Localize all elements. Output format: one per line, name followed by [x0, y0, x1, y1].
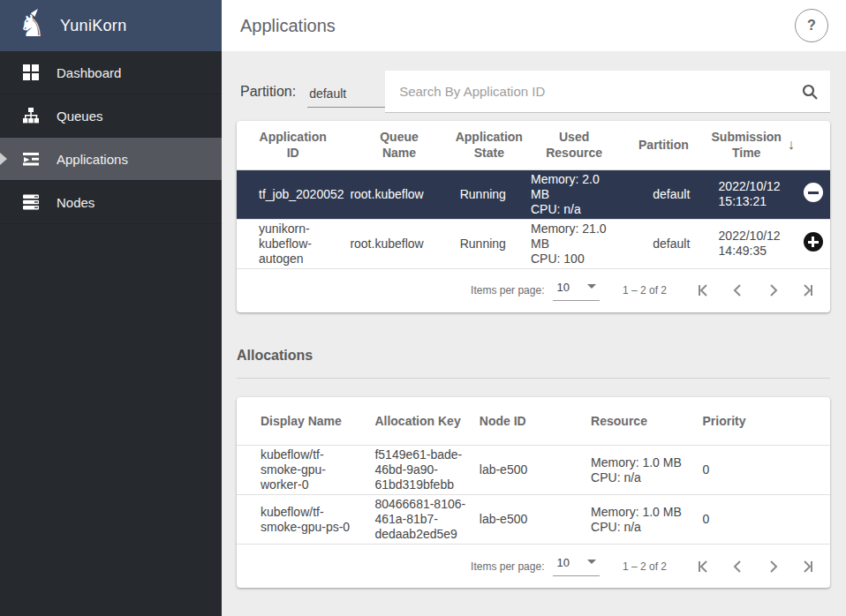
allocations-card: Display Name Allocation Key Node ID Reso…: [237, 397, 830, 589]
cell-application-id: yunikorn-kubeflow-autogen: [237, 219, 349, 268]
column-header-resource[interactable]: Resource: [575, 397, 690, 446]
search-icon: [801, 83, 819, 101]
column-header-queue-name[interactable]: Queue Name: [349, 121, 449, 169]
page-range-label: 1 – 2 of 2: [623, 560, 667, 573]
allocation-row[interactable]: kubeflow/tf-smoke-gpu-worker-0 f5149e61-…: [237, 446, 830, 495]
column-header-display-name[interactable]: Display Name: [237, 397, 364, 446]
help-button[interactable]: ?: [795, 9, 828, 42]
items-per-page-select[interactable]: 10: [553, 281, 599, 301]
allocations-heading: Allocations: [237, 348, 830, 364]
previous-page-button[interactable]: [728, 556, 749, 577]
column-header-expand: [797, 121, 830, 169]
column-header-application-state[interactable]: Application State: [449, 121, 529, 169]
sidebar-item-nodes[interactable]: Nodes: [0, 181, 222, 224]
sidebar-nav: Dashboard Queues: [0, 51, 222, 224]
items-per-page-select[interactable]: 10: [553, 556, 599, 576]
partition-select-value: default: [309, 86, 346, 101]
column-header-used-resource[interactable]: Used Resource: [529, 121, 619, 169]
first-page-button[interactable]: [693, 556, 714, 577]
sidebar: ♞ YuniKorn Dashboard: [0, 0, 222, 616]
items-per-page-label: Items per page:: [471, 284, 544, 297]
cell-allocation-key: f5149e61-bade-46bd-9a90-61bd319bfebb: [364, 446, 468, 495]
chevron-down-icon: [587, 284, 596, 289]
previous-page-button[interactable]: [728, 280, 749, 301]
allocations-table: Display Name Allocation Key Node ID Reso…: [237, 397, 830, 545]
cell-queue-name: root.kubeflow: [349, 169, 449, 219]
partition-select[interactable]: default: [307, 85, 385, 108]
sidebar-item-dashboard[interactable]: Dashboard: [0, 51, 222, 94]
cell-submission-time: 2022/10/12 14:49:35: [708, 219, 797, 268]
dashboard-grid-icon: [23, 64, 39, 80]
sidebar-item-label: Nodes: [57, 195, 94, 210]
last-page-button[interactable]: [797, 556, 818, 577]
sidebar-item-queues[interactable]: Queues: [0, 94, 222, 138]
section-divider: [237, 378, 830, 379]
cell-display-name: kubeflow/tf-smoke-gpu-ps-0: [237, 495, 364, 545]
column-header-partition[interactable]: Partition: [619, 121, 707, 169]
search-input[interactable]: [399, 84, 801, 99]
sidebar-item-label: Applications: [57, 152, 128, 167]
column-header-allocation-key[interactable]: Allocation Key: [364, 397, 468, 446]
cell-node-id: lab-e500: [469, 495, 575, 545]
column-header-priority[interactable]: Priority: [690, 397, 830, 446]
filter-row: Partition: default: [237, 71, 830, 113]
queues-tree-icon: [23, 108, 39, 124]
cell-application-state: Running: [449, 169, 529, 219]
applications-paginator: Items per page: 10 1 – 2 of 2: [237, 268, 830, 312]
brand-title: YuniKorn: [60, 17, 126, 35]
sidebar-item-applications[interactable]: Applications: [0, 138, 222, 181]
partition-label: Partition:: [240, 84, 296, 100]
last-page-button[interactable]: [797, 280, 818, 301]
cell-partition: default: [619, 219, 707, 268]
cell-queue-name: root.kubeflow: [349, 219, 449, 268]
top-header: Applications ?: [222, 0, 846, 51]
page-range-label: 1 – 2 of 2: [623, 284, 667, 297]
items-per-page-value: 10: [556, 281, 569, 294]
cell-priority: 0: [690, 446, 830, 495]
page-title: Applications: [240, 16, 336, 36]
allocations-header-row: Display Name Allocation Key Node ID Reso…: [237, 397, 830, 446]
applications-table: Application ID Queue Name Application St…: [237, 121, 830, 268]
allocations-paginator: Items per page: 10 1 – 2 of 2: [237, 544, 830, 588]
sidebar-item-label: Queues: [57, 109, 103, 124]
application-row[interactable]: tf_job_2020052 root.kubeflow Running Mem…: [237, 169, 830, 219]
content-area: Partition: default: [222, 51, 846, 616]
search-field: [385, 71, 830, 113]
applications-card: Application ID Queue Name Application St…: [237, 121, 830, 312]
cell-used-resource: Memory: 2.0 MB CPU: n/a: [529, 169, 619, 219]
sort-descending-icon: ↓: [788, 137, 795, 153]
column-header-application-id[interactable]: Application ID: [237, 121, 349, 169]
chevron-down-icon: [587, 560, 596, 564]
brand-header: ♞ YuniKorn: [0, 0, 222, 51]
main-area: Applications ? Partition: default: [222, 0, 846, 616]
application-row[interactable]: yunikorn-kubeflow-autogen root.kubeflow …: [237, 219, 830, 268]
cell-allocation-key: 80466681-8106-461a-81b7-dedaab2ed5e9: [364, 495, 468, 545]
cell-node-id: lab-e500: [469, 446, 575, 495]
first-page-button[interactable]: [693, 280, 714, 301]
cell-used-resource: Memory: 21.0 MB CPU: 100: [529, 219, 619, 268]
nodes-server-icon: [23, 194, 39, 210]
next-page-button[interactable]: [762, 556, 783, 577]
allocation-row[interactable]: kubeflow/tf-smoke-gpu-ps-0 80466681-8106…: [237, 495, 830, 545]
applications-list-icon: [23, 151, 39, 167]
cell-application-state: Running: [449, 219, 529, 268]
cell-priority: 0: [690, 495, 830, 545]
applications-header-row: Application ID Queue Name Application St…: [237, 121, 830, 169]
cell-partition: default: [619, 169, 707, 219]
collapse-row-icon[interactable]: [804, 183, 823, 202]
sidebar-item-label: Dashboard: [57, 65, 121, 80]
yunikorn-logo-icon: ♞: [14, 8, 49, 43]
next-page-button[interactable]: [762, 280, 783, 301]
items-per-page-label: Items per page:: [471, 560, 544, 573]
column-header-node-id[interactable]: Node ID: [469, 397, 575, 446]
column-header-submission-time[interactable]: Submission Time ↓: [708, 121, 797, 169]
expand-row-icon[interactable]: [804, 232, 823, 252]
cell-display-name: kubeflow/tf-smoke-gpu-worker-0: [237, 446, 364, 495]
cell-application-id: tf_job_2020052: [237, 169, 349, 219]
cell-resource: Memory: 1.0 MB CPU: n/a: [575, 495, 690, 545]
cell-submission-time: 2022/10/12 15:13:21: [708, 169, 797, 219]
items-per-page-value: 10: [556, 556, 569, 569]
cell-resource: Memory: 1.0 MB CPU: n/a: [575, 446, 690, 495]
